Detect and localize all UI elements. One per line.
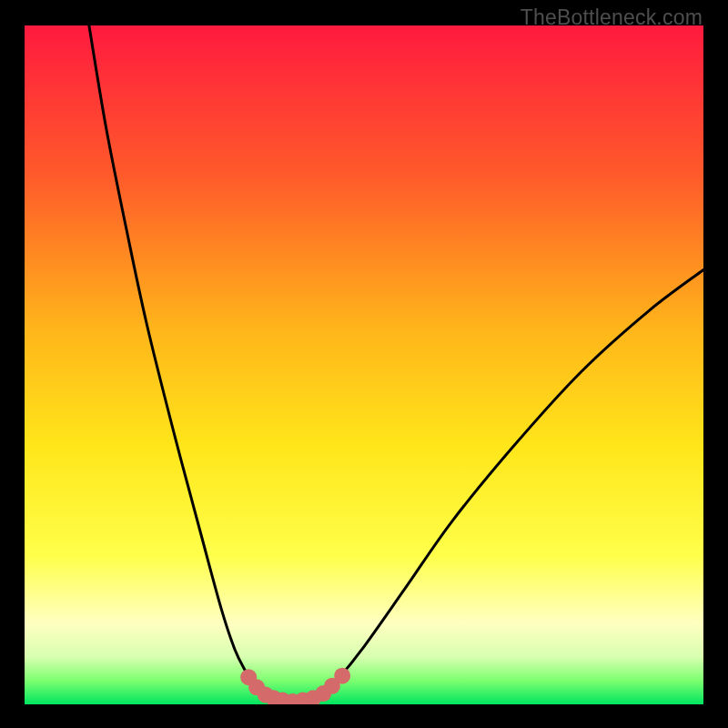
marker-dot bbox=[334, 668, 350, 684]
bottleneck-curve bbox=[89, 25, 703, 702]
plot-frame bbox=[25, 25, 703, 704]
highlighted-markers bbox=[240, 668, 350, 704]
plot-curves-layer bbox=[25, 25, 703, 704]
